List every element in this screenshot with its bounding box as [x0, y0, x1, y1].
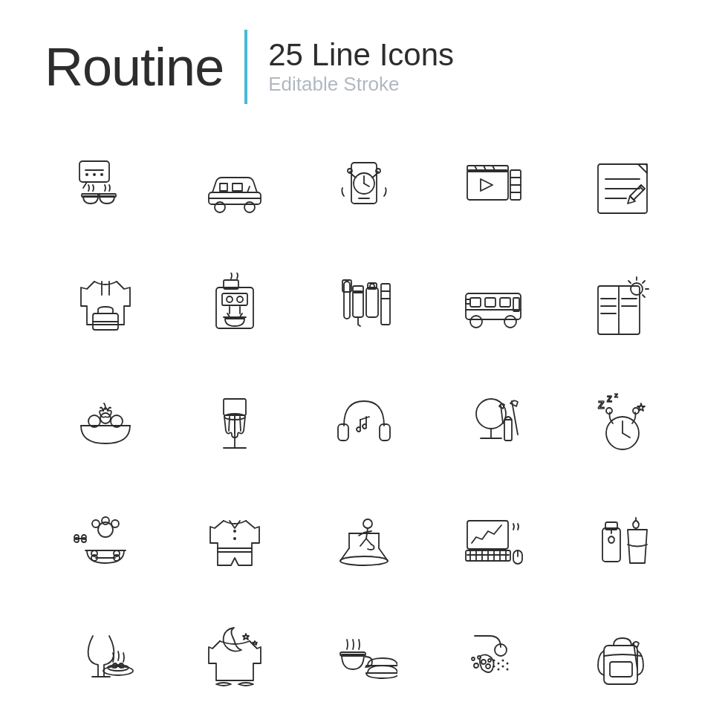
svg-point-153 [498, 663, 500, 665]
svg-rect-46 [353, 291, 363, 317]
icon-sunny-window [562, 251, 683, 361]
svg-point-18 [376, 169, 380, 173]
svg-point-154 [502, 660, 504, 662]
svg-point-162 [486, 664, 490, 669]
svg-point-159 [507, 669, 509, 671]
svg-rect-167 [610, 662, 632, 677]
svg-point-128 [363, 519, 372, 528]
svg-rect-19 [467, 170, 508, 200]
svg-rect-56 [485, 298, 495, 307]
icon-pajamas [174, 486, 296, 596]
icon-video-media [432, 134, 554, 244]
svg-point-116 [74, 538, 79, 542]
icon-breakfast-healthy [45, 368, 166, 478]
svg-line-11 [247, 186, 250, 192]
svg-line-16 [364, 183, 369, 186]
svg-point-111 [92, 520, 100, 527]
svg-point-17 [348, 169, 352, 173]
svg-point-3 [93, 173, 96, 176]
icon-coffee-machine [174, 251, 296, 361]
svg-point-113 [111, 520, 119, 527]
svg-rect-88 [380, 424, 390, 441]
icon-work-outfit [45, 251, 166, 361]
svg-point-78 [100, 413, 111, 423]
vertical-divider [244, 30, 247, 104]
svg-point-41 [227, 296, 233, 302]
svg-line-68 [643, 281, 645, 283]
svg-line-84 [240, 417, 241, 431]
svg-point-157 [498, 669, 500, 671]
svg-point-164 [472, 657, 475, 660]
header-right: 25 Line Icons Editable Stroke [268, 38, 454, 95]
svg-rect-0 [79, 161, 109, 182]
icon-breakfast-food [303, 603, 425, 713]
icon-makeup [432, 368, 554, 478]
icon-nighttime [174, 603, 296, 713]
svg-point-42 [237, 296, 243, 302]
subtitle-line2: Editable Stroke [268, 73, 454, 96]
icon-work-computer [432, 486, 554, 596]
svg-rect-6 [98, 194, 116, 197]
icon-dinner [45, 603, 166, 713]
svg-line-124 [379, 548, 388, 561]
svg-rect-62 [466, 299, 470, 304]
svg-point-158 [502, 666, 504, 668]
svg-point-161 [488, 659, 491, 662]
icon-school-bus [432, 251, 554, 361]
svg-rect-93 [504, 420, 512, 441]
svg-point-59 [470, 316, 482, 328]
svg-point-65 [631, 283, 643, 295]
svg-rect-48 [366, 287, 378, 317]
svg-point-121 [233, 537, 236, 540]
subtitle-line1: 25 Line Icons [268, 38, 454, 72]
svg-point-4 [100, 173, 103, 176]
svg-line-98 [623, 433, 630, 438]
svg-point-165 [478, 656, 481, 659]
svg-point-50 [370, 284, 374, 288]
header-left: Routine [45, 40, 224, 94]
icons-grid: Z Z Z [45, 134, 683, 713]
svg-point-160 [481, 660, 486, 664]
svg-rect-55 [470, 298, 481, 307]
svg-point-118 [82, 538, 86, 542]
svg-rect-87 [338, 424, 348, 441]
svg-marker-20 [481, 179, 493, 191]
svg-point-120 [233, 530, 236, 533]
icon-shower [432, 603, 554, 713]
main-container: Routine 25 Line Icons Editable Stroke [0, 0, 728, 728]
svg-point-112 [102, 517, 109, 524]
svg-rect-57 [500, 298, 510, 307]
icon-notebook [562, 134, 683, 244]
icon-running [303, 486, 425, 596]
svg-text:Z: Z [607, 394, 612, 403]
svg-line-89 [360, 417, 369, 420]
svg-line-70 [628, 281, 631, 283]
svg-rect-51 [381, 284, 390, 325]
icon-work-bag [562, 603, 683, 713]
svg-point-122 [340, 556, 388, 565]
svg-line-82 [229, 417, 230, 431]
svg-rect-5 [82, 194, 100, 197]
svg-point-155 [507, 663, 509, 665]
icon-phone-alarm [303, 134, 425, 244]
svg-point-60 [504, 316, 516, 328]
svg-rect-80 [224, 399, 246, 415]
icon-hydration [562, 486, 683, 596]
icon-car-commute [174, 134, 296, 244]
svg-point-163 [474, 663, 478, 668]
svg-line-123 [340, 548, 349, 561]
svg-text:Z: Z [598, 399, 605, 411]
svg-text:Z: Z [614, 392, 618, 399]
svg-point-2 [85, 173, 88, 176]
icon-headphones [303, 368, 425, 478]
icon-morning-coffee [45, 134, 166, 244]
icon-hygiene [303, 251, 425, 361]
svg-rect-44 [344, 282, 350, 319]
svg-line-69 [643, 295, 645, 297]
icon-sleep: Z Z Z [562, 368, 683, 478]
icon-pet-feeding [45, 486, 166, 596]
icon-basketball [174, 368, 296, 478]
header: Routine 25 Line Icons Editable Stroke [45, 30, 683, 104]
page-title: Routine [45, 40, 224, 94]
